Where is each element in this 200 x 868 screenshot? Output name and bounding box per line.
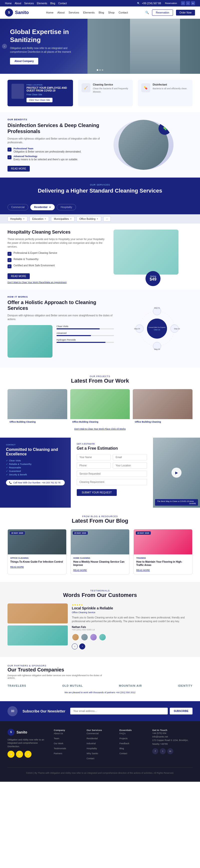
hospitality-readmore-button[interactable]: READ MORE <box>7 273 30 279</box>
blog-image-1: 30 MAY 2020 <box>8 529 66 554</box>
filter-education[interactable]: Education▼ <box>30 216 49 222</box>
search-icon[interactable]: 🔍 <box>137 2 140 5</box>
avatar-4[interactable] <box>99 633 106 641</box>
footer-link-about[interactable]: About Us <box>54 732 63 735</box>
cleaning-desc: Clean the bacteria ill and frequently di… <box>93 87 129 93</box>
footer-contact-title: Get In Touch <box>152 729 193 732</box>
twitter-icon[interactable]: t <box>186 1 190 5</box>
requirement-input[interactable] <box>77 479 147 485</box>
diagram-center-sub: Click Us <box>154 329 160 331</box>
service-input[interactable] <box>77 471 147 477</box>
tab-commercial[interactable]: Commercial <box>7 204 28 210</box>
location-input[interactable] <box>113 462 147 469</box>
nav-about[interactable]: About <box>58 11 65 14</box>
employee-image <box>11 84 24 99</box>
nav-elements[interactable]: Elements <box>37 2 47 5</box>
footer-svc-industrial[interactable]: Industrial <box>87 742 96 745</box>
footer-svc-contact[interactable]: Contact <box>87 757 94 760</box>
nav-contact[interactable]: Contact <box>58 2 67 5</box>
footer-ess-projects[interactable]: Projects <box>120 737 128 740</box>
order-now-button[interactable]: Order Now <box>176 10 195 16</box>
footer-svc-why[interactable]: Why Sanito <box>87 752 98 755</box>
nav-about[interactable]: About <box>15 2 21 5</box>
appointment-link[interactable]: Don't Want to Clear Your Work Place/Make… <box>7 281 106 284</box>
footer-ess-contact[interactable]: Contact <box>120 752 127 755</box>
blog-read-more-2[interactable]: READ MORE <box>73 569 87 571</box>
play-button[interactable]: ▶ <box>171 468 181 478</box>
disinfection-readmore-button[interactable]: READ MORE <box>7 166 30 172</box>
hosp-text-3: Certified and Work Safe Environment <box>13 264 55 267</box>
footer-svc-commercial[interactable]: Commercial <box>87 732 99 735</box>
avatar-2[interactable] <box>81 633 88 641</box>
footer-instagram-icon[interactable]: in <box>167 748 173 754</box>
cta-item-5: Security & Benefit <box>6 473 65 476</box>
hospitality-feature-1: ✓ Professional & Expert Cleaning Service <box>7 252 106 256</box>
filter-hospitality[interactable]: Hospitality▼ <box>7 216 28 222</box>
testimonial-subtitle: Office Cleaning Service <box>72 611 193 614</box>
disinfectant-desc: Bacteria to all and efficiently clean. <box>153 87 187 90</box>
nav-blog[interactable]: Blog <box>99 11 104 14</box>
phone-input[interactable] <box>77 462 111 469</box>
hosp-text-2: Reliable & Trustworthy <box>13 258 38 260</box>
nav-shop[interactable]: Shop <box>108 11 114 14</box>
footer-link-team[interactable]: Team <box>54 737 59 740</box>
footer-essentials-list: FAQ's Projects Feedback Blog Contact <box>120 732 146 755</box>
filter-municipalities[interactable]: Municipalities▼ <box>51 216 74 222</box>
nav-services[interactable]: Services <box>24 2 34 5</box>
footer-svc-hospitality[interactable]: Hospitality <box>87 747 97 750</box>
nav-contact[interactable]: Contact <box>119 11 128 14</box>
blog-date-2: 29 MAY 2020 <box>73 531 88 535</box>
reservation-button[interactable]: Reservation <box>152 9 173 16</box>
main-info-box: FREE LOCATION PROTECT YOUR EMPLOYEE AND … <box>7 80 73 106</box>
footer-facebook-icon[interactable]: f <box>152 748 158 754</box>
hosp-check-3: ✓ <box>7 264 11 268</box>
blog-read-more-1[interactable]: READ MORE <box>10 566 24 568</box>
facebook-icon[interactable]: f <box>181 1 185 5</box>
search-icon[interactable]: 🔍 <box>145 11 149 14</box>
footer-desc: Obligation and Ability now refer to an i… <box>7 738 48 748</box>
footer-twitter-icon[interactable]: t <box>160 748 166 754</box>
submit-button[interactable]: SUBMIT YOUR REQUEST <box>77 489 117 496</box>
share-label[interactable]: SHARE <box>189 502 196 505</box>
nav-home[interactable]: Home <box>5 2 12 5</box>
newsletter-email-input[interactable] <box>70 708 168 714</box>
nav-services[interactable]: Services <box>68 11 79 14</box>
logo-icon: S <box>5 8 13 17</box>
tab-hospitality[interactable]: Hospitality <box>57 204 76 210</box>
footer-ess-faq[interactable]: FAQ's <box>120 732 126 735</box>
email-input[interactable] <box>113 454 147 460</box>
name-input[interactable] <box>77 454 111 460</box>
avatar-1[interactable] <box>72 633 79 641</box>
dot-1[interactable] <box>97 69 98 71</box>
next-arrow[interactable]: › <box>79 644 85 649</box>
cta-phone[interactable]: 📞 Call Now With Our Number: +44 203 761 … <box>6 480 65 486</box>
footer-ess-blog[interactable]: Blog <box>120 747 124 750</box>
badge-2: ★ <box>16 751 23 758</box>
projects-more-link[interactable]: Don't Wait to Clear Your Work Place Clic… <box>7 428 193 430</box>
nav-home[interactable]: Home <box>46 11 53 14</box>
blog-title: Latest From Our Blog <box>7 518 193 524</box>
blog-section: FROM BLOG & RESOURCES Latest From Our Bl… <box>0 508 200 582</box>
nav-blog[interactable]: Blog <box>50 2 55 5</box>
footer-link-testimonials[interactable]: Testimonials <box>54 747 66 750</box>
free-clean-button[interactable]: Click Your Clean Site <box>27 98 53 102</box>
tab-residential[interactable]: Residential ✕ <box>30 204 55 210</box>
nav-elements[interactable]: Elements <box>83 11 95 14</box>
partners-note: We are pleased to work with thousands of… <box>7 691 193 694</box>
tab-close-icon[interactable]: ✕ <box>49 206 51 209</box>
filter-office[interactable]: Office Building▼ <box>76 216 101 222</box>
footer-link-partners[interactable]: Partners <box>54 752 62 755</box>
avatar-3[interactable] <box>90 633 97 641</box>
footer-svc-residential[interactable]: Residential <box>87 737 98 740</box>
newsletter-subscribe-button[interactable]: SUBSCRIBE <box>170 708 193 714</box>
prev-arrow[interactable]: ‹ <box>72 644 78 649</box>
dot-3[interactable] <box>102 69 103 71</box>
footer-link-work[interactable]: Our Work <box>54 742 63 745</box>
linkedin-icon[interactable]: in <box>191 1 195 5</box>
blog-read-more-3[interactable]: READ MORE <box>136 569 150 571</box>
hero-cta-button[interactable]: About Company <box>10 58 38 64</box>
dot-2[interactable] <box>99 69 101 71</box>
footer-ess-feedback[interactable]: Feedback <box>120 742 130 745</box>
filter-extra[interactable]: ··· <box>103 216 111 222</box>
reservation-button[interactable]: Reservation <box>163 1 179 5</box>
